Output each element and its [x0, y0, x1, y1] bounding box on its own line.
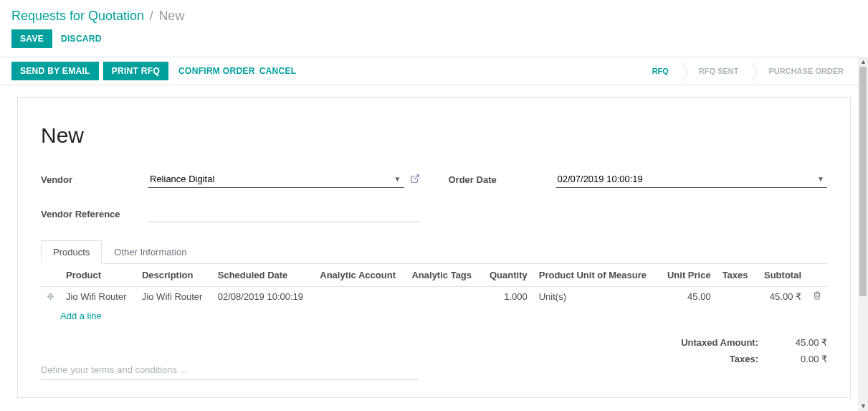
terms-input[interactable]: Define your terms and conditions ...	[41, 360, 419, 380]
print-rfq-button[interactable]: PRINT RFQ	[103, 62, 168, 80]
confirm-order-button[interactable]: CONFIRM ORDER	[178, 66, 255, 76]
untaxed-amount-value: 45.00 ₹	[770, 337, 827, 348]
cancel-button[interactable]: CANCEL	[259, 66, 297, 76]
vendor-label: Vendor	[41, 174, 148, 185]
cell-quantity[interactable]: 1.000	[481, 287, 533, 307]
order-lines-table: Product Description Scheduled Date Analy…	[41, 264, 827, 326]
breadcrumb-parent[interactable]: Requests for Quotation	[11, 9, 144, 23]
status-rfq[interactable]: RFQ	[635, 62, 682, 80]
cell-description[interactable]: Jio Wifi Router	[136, 287, 212, 307]
vendor-input[interactable]	[148, 171, 404, 188]
save-button[interactable]: SAVE	[11, 29, 52, 48]
add-a-line-button[interactable]: Add a line	[60, 306, 827, 326]
breadcrumb: Requests for Quotation / New	[0, 0, 868, 29]
col-analytic-tags: Analytic Tags	[406, 264, 481, 287]
order-date-label: Order Date	[449, 174, 556, 185]
tab-products[interactable]: Products	[41, 240, 102, 264]
col-analytic-account: Analytic Account	[314, 264, 406, 287]
table-row[interactable]: ✥ Jio Wifi Router Jio Wifi Router 02/08/…	[41, 287, 827, 307]
vendor-reference-input[interactable]	[148, 205, 420, 222]
cell-analytic-tags[interactable]	[406, 287, 481, 307]
tab-other-information[interactable]: Other Information	[102, 240, 199, 264]
status-bar: RFQ RFQ SENT PURCHASE ORDER	[635, 62, 857, 80]
order-date-input[interactable]	[556, 171, 828, 188]
taxes-value: 0.00 ₹	[770, 354, 827, 364]
col-scheduled-date: Scheduled Date	[212, 264, 315, 287]
untaxed-amount-label: Untaxed Amount:	[641, 337, 770, 348]
scroll-up-icon[interactable]: ▲	[860, 58, 867, 65]
drag-handle-icon[interactable]: ✥	[41, 287, 60, 307]
col-unit-price: Unit Price	[659, 264, 717, 287]
col-taxes: Taxes	[717, 264, 756, 287]
tabs: Products Other Information	[41, 240, 827, 264]
taxes-label: Taxes:	[641, 354, 770, 364]
toolbar: SEND BY EMAIL PRINT RFQ CONFIRM ORDER CA…	[0, 57, 868, 85]
page-title: New	[41, 123, 827, 148]
svg-line-0	[414, 174, 418, 179]
cell-subtotal[interactable]: 45.00 ₹	[755, 287, 807, 307]
scrollbar[interactable]: ▲ ▼	[858, 57, 868, 411]
col-description: Description	[136, 264, 212, 287]
status-purchase-order[interactable]: PURCHASE ORDER	[751, 62, 857, 80]
cell-uom[interactable]: Unit(s)	[533, 287, 659, 307]
scrollbar-thumb[interactable]	[859, 67, 867, 296]
status-rfq-sent[interactable]: RFQ SENT	[682, 62, 752, 80]
col-subtotal: Subtotal	[755, 264, 807, 287]
col-quantity: Quantity	[481, 264, 533, 287]
vendor-reference-label: Vendor Reference	[41, 209, 148, 219]
actions-row: SAVE DISCARD	[0, 29, 868, 57]
cell-analytic-account[interactable]	[314, 287, 406, 307]
cell-product[interactable]: Jio Wifi Router	[60, 287, 136, 307]
breadcrumb-separator: /	[147, 9, 156, 23]
totals: Untaxed Amount: 45.00 ₹ Taxes: 0.00 ₹	[641, 334, 827, 367]
col-uom: Product Unit of Measure	[533, 264, 659, 287]
discard-button[interactable]: DISCARD	[61, 34, 102, 44]
breadcrumb-current: New	[158, 9, 184, 23]
cell-taxes[interactable]	[717, 287, 756, 307]
cell-scheduled[interactable]: 02/08/2019 10:00:19	[212, 287, 315, 307]
form-sheet: New Vendor ▼ Order Date ▼ Vendor Referen…	[17, 97, 851, 398]
send-by-email-button[interactable]: SEND BY EMAIL	[11, 62, 99, 80]
trash-icon[interactable]	[807, 287, 827, 307]
scroll-down-icon[interactable]: ▼	[860, 402, 867, 410]
cell-unit-price[interactable]: 45.00	[659, 287, 717, 307]
external-link-icon[interactable]	[410, 174, 420, 186]
col-product: Product	[60, 264, 136, 287]
